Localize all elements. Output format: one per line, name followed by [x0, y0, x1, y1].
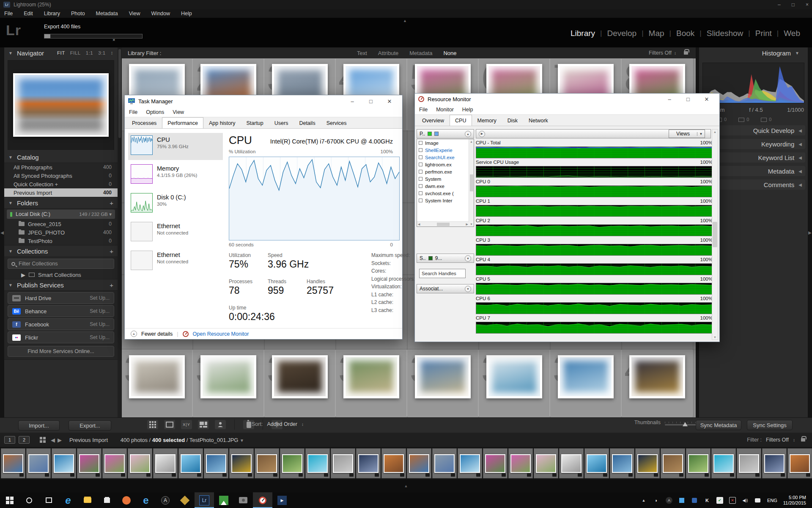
filmstrip-thumbnail[interactable] [204, 448, 228, 478]
filmstrip-thumbnail[interactable] [77, 448, 102, 478]
filmstrip-thumbnail[interactable] [610, 448, 634, 478]
start-taskbar-icon[interactable] [0, 492, 19, 508]
menu-window[interactable]: Window [151, 11, 170, 17]
menu-help[interactable]: Help [181, 11, 192, 17]
rm-tab-network[interactable]: Network [523, 116, 554, 126]
rm-menu-monitor[interactable]: Monitor [436, 107, 454, 113]
process-row[interactable]: svchost.exe ( [417, 190, 474, 197]
collapse-icon[interactable]: ▲ [465, 131, 471, 137]
store-taskbar-icon[interactable] [97, 492, 117, 508]
expand-icon[interactable]: ▼ [465, 286, 471, 292]
filmstrip-thumbnail[interactable] [229, 448, 254, 478]
module-library[interactable]: Library [565, 29, 600, 38]
filmstrip-thumbnail[interactable] [483, 448, 508, 478]
zoom-option-3:1[interactable]: 3:1 [98, 50, 106, 55]
app-gold-taskbar-icon[interactable] [175, 492, 195, 508]
filmstrip-thumbnail[interactable] [26, 448, 51, 478]
folders-header[interactable]: ▼ Folders + [4, 197, 118, 208]
publish-service-behance[interactable]: BēBehanceSet Up... [8, 305, 114, 317]
filmstrip-thumbnail[interactable] [559, 448, 584, 478]
import-button[interactable]: Import... [18, 420, 60, 431]
filmstrip-thumbnail[interactable] [737, 448, 761, 478]
filter-option-none[interactable]: None [443, 50, 456, 56]
hidden-icons-chevron-icon[interactable]: ▲ [640, 497, 647, 504]
task-manager-titlebar[interactable]: Task Manager –□✕ [125, 95, 402, 107]
filmstrip-thumbnail[interactable] [356, 448, 381, 478]
grid-cell[interactable]: 34 [192, 350, 264, 417]
collection-item[interactable]: ▶Smart Collections [4, 271, 118, 279]
media-dark-taskbar-icon[interactable]: ▶ [272, 492, 292, 508]
find-more-services-button[interactable]: Find More Services Online... [8, 346, 114, 357]
menu-edit[interactable]: Edit [24, 11, 33, 17]
survey-view-icon[interactable] [198, 420, 209, 429]
module-develop[interactable]: Develop [602, 29, 642, 38]
filmstrip-thumbnail[interactable] [255, 448, 279, 478]
left-panel-scrollbar[interactable] [118, 47, 122, 417]
network-error-tray-icon[interactable]: ✕ [729, 497, 736, 504]
navigator-header[interactable]: ▼ Navigator FITFILL1:13:1↕ [4, 47, 118, 58]
signal-tray-icon[interactable]: ◗ [653, 497, 660, 504]
top-panel-toggle-icon[interactable]: ▲ [403, 19, 407, 23]
module-web[interactable]: Web [779, 29, 805, 38]
publish-service-facebook[interactable]: fFacebookSet Up... [8, 318, 114, 330]
process-row[interactable]: SearchUI.exe [417, 154, 474, 161]
tm-sidebar-ethernet[interactable]: EthernetNot connected [128, 248, 223, 275]
maximize-button[interactable]: □ [679, 96, 697, 102]
filmstrip-source[interactable]: Previous Import 400 photos / 400 selecte… [69, 437, 244, 443]
catalog-item[interactable]: All Photographs400 [4, 163, 118, 171]
navigator-preview[interactable] [8, 60, 114, 150]
filter-lock-icon[interactable] [684, 51, 688, 55]
tm-tab-details[interactable]: Details [294, 118, 321, 128]
search-taskbar-icon[interactable] [19, 492, 39, 508]
catalog-item[interactable]: Previous Import400 [4, 188, 118, 197]
resource-monitor-titlebar[interactable]: Resource Monitor –□✕ [415, 94, 719, 105]
rm-tab-disk[interactable]: Disk [502, 116, 523, 126]
rm-menu-help[interactable]: Help [462, 107, 473, 113]
checkbox[interactable] [419, 199, 422, 202]
filmstrip-thumbnail[interactable] [331, 448, 355, 478]
filmstrip-toggle-strip[interactable]: ▲ [0, 480, 812, 492]
k-tray-icon[interactable]: K [704, 497, 710, 504]
tm-tab-services[interactable]: Services [321, 118, 352, 128]
grid-cell[interactable]: 40 [621, 350, 693, 417]
services-section-header[interactable]: S.. 9... ▼ [417, 254, 474, 263]
tm-sidebar-cpu[interactable]: CPU75% 3.96 GHz [128, 133, 223, 160]
zoom-dropdown-icon[interactable]: ↕ [111, 50, 113, 55]
checkbox[interactable] [419, 191, 422, 195]
compare-view-icon[interactable]: X|Y [181, 420, 192, 429]
search-handles-input[interactable]: Search Handles [419, 269, 466, 278]
catalog-item[interactable]: Quick Collection +0 [4, 180, 118, 188]
grid-cell[interactable]: 36 [335, 350, 407, 417]
volume-tray-icon[interactable]: ◀)) [742, 497, 749, 504]
checkbox[interactable] [419, 141, 422, 145]
rm-tab-cpu[interactable]: CPU [450, 115, 472, 126]
filmstrip-thumbnail[interactable] [661, 448, 685, 478]
grid-cell[interactable]: 33 [122, 350, 192, 417]
tm-tab-startup[interactable]: Startup [241, 118, 269, 128]
left-panel-collapse-arrow[interactable]: ◀ [0, 47, 4, 417]
maximize-button[interactable]: □ [362, 98, 380, 105]
filmstrip-thumbnail[interactable] [381, 448, 406, 478]
tm-tab-processes[interactable]: Processes [126, 118, 162, 128]
process-list-vscroll[interactable]: ▲▼ [469, 139, 474, 226]
expand-icon[interactable]: ▼ [465, 255, 471, 262]
minimize-button[interactable]: – [660, 96, 679, 102]
add-publish-service-icon[interactable]: + [110, 282, 113, 289]
filmstrip-thumbnail[interactable] [52, 448, 76, 478]
lightroom-taskbar-icon[interactable]: Lr [195, 492, 214, 508]
camera-gray-taskbar-icon[interactable] [233, 492, 253, 508]
rm-menu-file[interactable]: File [419, 107, 428, 113]
filmstrip-thumbnail[interactable] [280, 448, 304, 478]
task-view-taskbar-icon[interactable] [39, 492, 58, 508]
process-row[interactable]: perfmon.exe [417, 168, 474, 175]
grid-cell[interactable]: 35 [264, 350, 335, 417]
tm-sidebar-memory[interactable]: Memory4.1/15.9 GB (26%) [128, 162, 223, 189]
sync-metadata-button[interactable]: Sync Metadata [696, 420, 741, 430]
menu-metadata[interactable]: Metadata [96, 11, 118, 17]
tm-sidebar-disk-0-c-[interactable]: Disk 0 (C:)30% [128, 190, 223, 218]
zoom-option-fit[interactable]: FIT [57, 50, 65, 55]
process-row[interactable]: dwm.exe [417, 182, 474, 190]
expand-graphs-icon[interactable]: ▶ [479, 131, 485, 137]
minimize-button[interactable]: – [343, 98, 362, 105]
catalog-header[interactable]: ▼ Catalog [4, 152, 118, 163]
